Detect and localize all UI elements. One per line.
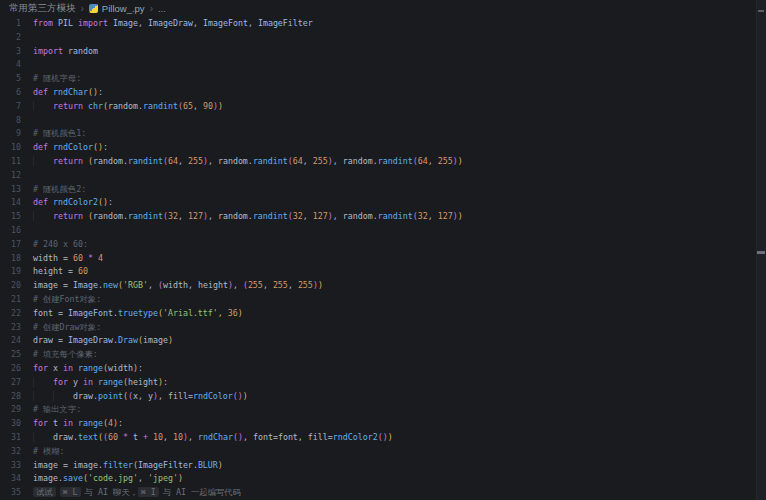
line-content: image = image.filter(ImageFilter.BLUR) — [21, 459, 223, 473]
line-number: 22 — [0, 307, 21, 321]
code-line[interactable]: 33image = image.filter(ImageFilter.BLUR) — [0, 459, 756, 473]
code-line[interactable]: 23# 创建Draw对象: — [0, 321, 756, 335]
line-content: # 创建Draw对象: — [21, 321, 101, 335]
code-line[interactable]: 13# 随机颜色2: — [0, 183, 756, 197]
code-line[interactable]: 7 return chr(random.randint(65, 90)) — [0, 100, 756, 114]
line-content: # 创建Font对象: — [21, 293, 101, 307]
line-number: 27 — [0, 376, 21, 390]
code-line[interactable]: 11 return (random.randint(64, 255), rand… — [0, 155, 756, 169]
code-line[interactable]: 26for x in range(width): — [0, 362, 756, 376]
code-line[interactable]: 18width = 60 * 4 — [0, 252, 756, 266]
code-line[interactable]: 30for t in range(4): — [0, 417, 756, 431]
line-content: 试试⌘ L与 AI 聊天，⌘ I与 AI 一起编写代码 — [21, 486, 241, 500]
code-line[interactable]: 20image = Image.new('RGB', (width, heigh… — [0, 279, 756, 293]
hint-keycap: 试试 — [33, 487, 56, 497]
code-line[interactable]: 12 — [0, 169, 756, 183]
code-line[interactable]: 19height = 60 — [0, 265, 756, 279]
overview-ruler-mark — [757, 251, 765, 254]
line-content: image.save('code.jpg', 'jpeg') — [21, 472, 183, 486]
code-line[interactable]: 34image.save('code.jpg', 'jpeg') — [0, 472, 756, 486]
code-editor[interactable]: 1from PIL import Image, ImageDraw, Image… — [0, 17, 756, 500]
line-content: image = Image.new('RGB', (width, height)… — [21, 279, 323, 293]
code-line[interactable]: 9# 随机颜色1: — [0, 127, 756, 141]
line-number: 5 — [0, 72, 21, 86]
line-number: 18 — [0, 252, 21, 266]
line-content: for y in range(height): — [21, 376, 168, 390]
line-content: # 随机颜色2: — [21, 183, 86, 197]
python-file-icon — [89, 4, 98, 13]
line-number: 14 — [0, 196, 21, 210]
line-content: return chr(random.randint(65, 90)) — [21, 100, 223, 114]
line-number: 10 — [0, 141, 21, 155]
ai-hint-line[interactable]: 35试试⌘ L与 AI 聊天，⌘ I与 AI 一起编写代码 — [0, 486, 756, 500]
line-number: 12 — [0, 169, 21, 183]
line-content — [21, 169, 33, 183]
line-content: # 240 x 60: — [21, 238, 88, 252]
line-content: for t in range(4): — [21, 417, 123, 431]
line-number: 28 — [0, 390, 21, 404]
hint-keycap: ⌘ I — [138, 487, 159, 497]
chevron-right-icon: › — [150, 3, 153, 14]
line-content: draw.text((60 * t + 10, 10), rndChar(), … — [21, 431, 393, 445]
overview-ruler-mark — [758, 10, 764, 12]
hint-keycap: ⌘ L — [60, 487, 81, 497]
code-line[interactable]: 6def rndChar(): — [0, 86, 756, 100]
code-line[interactable]: 24draw = ImageDraw.Draw(image) — [0, 334, 756, 348]
code-line[interactable]: 22font = ImageFont.truetype('Arial.ttf',… — [0, 307, 756, 321]
code-line[interactable]: 8 — [0, 114, 756, 128]
code-line[interactable]: 27 for y in range(height): — [0, 376, 756, 390]
line-number: 21 — [0, 293, 21, 307]
code-line[interactable]: 3import random — [0, 45, 756, 59]
editor-scrollbar[interactable] — [756, 0, 766, 500]
line-number: 3 — [0, 45, 21, 59]
line-number: 16 — [0, 224, 21, 238]
line-content: # 填充每个像素: — [21, 348, 98, 362]
code-line[interactable]: 25# 填充每个像素: — [0, 348, 756, 362]
code-line[interactable]: 4 — [0, 58, 756, 72]
line-content: height = 60 — [21, 265, 88, 279]
line-number: 25 — [0, 348, 21, 362]
code-line[interactable]: 31 draw.text((60 * t + 10, 10), rndChar(… — [0, 431, 756, 445]
line-content: def rndColor(): — [21, 141, 108, 155]
line-number: 32 — [0, 445, 21, 459]
line-number: 31 — [0, 431, 21, 445]
line-content: def rndColor2(): — [21, 196, 113, 210]
code-line[interactable]: 21# 创建Font对象: — [0, 293, 756, 307]
line-content: def rndChar(): — [21, 86, 103, 100]
line-content — [21, 224, 33, 238]
code-line[interactable]: 32# 模糊: — [0, 445, 756, 459]
line-number: 29 — [0, 403, 21, 417]
code-line[interactable]: 14def rndColor2(): — [0, 196, 756, 210]
line-content: from PIL import Image, ImageDraw, ImageF… — [21, 17, 313, 31]
code-line[interactable]: 2 — [0, 31, 756, 45]
code-line[interactable]: 10def rndColor(): — [0, 141, 756, 155]
breadcrumb-folder[interactable]: 常用第三方模块 — [9, 2, 76, 15]
code-line[interactable]: 5# 随机字母: — [0, 72, 756, 86]
line-content: return (random.randint(32, 127), random.… — [21, 210, 463, 224]
line-content — [21, 31, 33, 45]
hint-text: 与 AI 聊天， — [85, 487, 138, 497]
line-content: width = 60 * 4 — [21, 252, 103, 266]
code-line[interactable]: 15 return (random.randint(32, 127), rand… — [0, 210, 756, 224]
line-content: # 模糊: — [21, 445, 65, 459]
breadcrumb-file-label: Pillow_.py — [102, 3, 145, 14]
line-content: # 随机字母: — [21, 72, 81, 86]
code-line[interactable]: 17# 240 x 60: — [0, 238, 756, 252]
line-number: 13 — [0, 183, 21, 197]
breadcrumb: 常用第三方模块 › Pillow_.py › ... — [0, 0, 766, 17]
code-line[interactable]: 1from PIL import Image, ImageDraw, Image… — [0, 17, 756, 31]
breadcrumb-file[interactable]: Pillow_.py — [89, 3, 145, 14]
code-line[interactable]: 28 draw.point((x, y), fill=rndColor()) — [0, 390, 756, 404]
line-number: 34 — [0, 472, 21, 486]
code-line[interactable]: 29# 输出文字: — [0, 403, 756, 417]
line-number: 26 — [0, 362, 21, 376]
line-number: 24 — [0, 334, 21, 348]
line-content: # 输出文字: — [21, 403, 81, 417]
code-line[interactable]: 16 — [0, 224, 756, 238]
line-number: 19 — [0, 265, 21, 279]
line-content: for x in range(width): — [21, 362, 143, 376]
line-number: 6 — [0, 86, 21, 100]
breadcrumb-symbol-ellipsis[interactable]: ... — [158, 3, 166, 14]
line-number: 8 — [0, 114, 21, 128]
line-content: draw.point((x, y), fill=rndColor()) — [21, 390, 248, 404]
